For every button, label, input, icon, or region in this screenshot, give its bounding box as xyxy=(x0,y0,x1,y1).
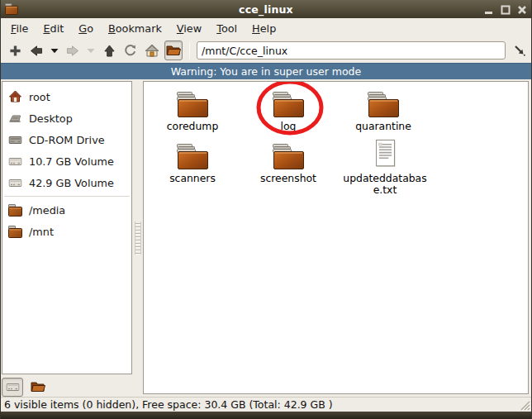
directory-tree-button[interactable] xyxy=(27,378,49,397)
side-pane-folder-icon xyxy=(166,44,181,57)
maximize-button[interactable] xyxy=(500,4,511,15)
sidebar-item-label: Desktop xyxy=(29,112,73,125)
folder-icon xyxy=(176,92,209,118)
menu-tool[interactable]: Tool xyxy=(210,20,244,37)
menu-bookmark[interactable]: Bookmark xyxy=(102,20,169,37)
directory-tree-icon xyxy=(31,380,45,393)
minimize-button[interactable] xyxy=(483,4,494,15)
window-frame-bottom xyxy=(1,412,531,419)
file-item-updateddatabase-txt[interactable]: updateddatabase.txt xyxy=(340,139,430,197)
sidebar-item-mnt[interactable]: /mnt xyxy=(2,221,131,242)
volume-drive-icon xyxy=(8,155,22,168)
address-bar-input[interactable] xyxy=(197,41,506,60)
menu-file[interactable]: File xyxy=(4,20,35,37)
sidebar-item-label: CD-ROM Drive xyxy=(29,134,105,146)
refresh-button[interactable] xyxy=(121,40,140,60)
file-item-log[interactable]: log xyxy=(243,92,334,132)
statusbar: 6 visible items (0 hidden), Free space: … xyxy=(1,397,531,412)
menu-view[interactable]: View xyxy=(170,20,208,37)
pane-splitter[interactable] xyxy=(134,79,142,397)
sidebar-item-label: /mnt xyxy=(29,226,54,238)
go-jump-icon[interactable] xyxy=(513,44,526,57)
volume-drive-icon xyxy=(8,176,22,189)
desktop-icon xyxy=(8,112,22,125)
toolbar-separator xyxy=(189,42,190,59)
menu-go[interactable]: Go xyxy=(72,20,100,37)
places-sidebar: root Desktop CD-ROM Drive 10.7 GB Volume… xyxy=(2,81,132,374)
places-pane-button[interactable] xyxy=(2,378,23,397)
text-file-icon xyxy=(373,139,398,170)
refresh-icon xyxy=(124,44,137,57)
forward-history-button xyxy=(85,40,97,60)
sidebar-item-desktop[interactable]: Desktop xyxy=(2,107,131,129)
folder-icon xyxy=(367,92,400,118)
back-arrow-icon xyxy=(30,45,43,57)
up-arrow-icon xyxy=(103,45,116,57)
home-button[interactable] xyxy=(143,40,161,60)
up-button[interactable] xyxy=(100,40,118,60)
cdrom-drive-icon xyxy=(8,133,22,146)
file-item-screenshot[interactable]: screenshot xyxy=(243,144,334,184)
forward-history-chevron-icon xyxy=(87,48,95,54)
file-label: coredump xyxy=(150,121,235,132)
file-item-quarantine[interactable]: quarantine xyxy=(338,92,429,132)
sidebar-item-label: 42.9 GB Volume xyxy=(29,177,114,189)
toolbar xyxy=(1,38,531,63)
window-title: cce_linux xyxy=(1,3,531,16)
home-icon xyxy=(145,44,159,57)
new-tab-plus-icon xyxy=(9,45,21,57)
new-tab-button[interactable] xyxy=(6,40,24,60)
folder-icon xyxy=(8,204,22,217)
resize-grip[interactable] xyxy=(519,399,530,411)
menu-help[interactable]: Help xyxy=(245,20,283,37)
file-item-scanners[interactable]: scanners xyxy=(147,144,238,184)
side-pane-mode-buttons xyxy=(2,377,132,397)
folder-icon xyxy=(272,92,305,118)
menu-edit[interactable]: Edit xyxy=(36,20,70,37)
forward-arrow-icon xyxy=(66,45,79,57)
sidebar-item-volume-42gb[interactable]: 42.9 GB Volume xyxy=(2,172,131,193)
back-history-chevron-icon xyxy=(50,48,59,54)
side-pane-toggle-button[interactable] xyxy=(164,40,183,60)
file-manager-window: cce_linux File Edit Go Bookmark View Too… xyxy=(0,0,532,419)
superuser-warning-banner: Warning: You are in super user mode xyxy=(1,63,531,79)
file-label: scanners xyxy=(150,173,235,184)
sidebar-item-label: /media xyxy=(29,204,65,217)
sidebar-item-media[interactable]: /media xyxy=(2,199,131,221)
home-icon xyxy=(8,90,22,103)
file-label: log xyxy=(246,121,330,132)
titlebar[interactable]: cce_linux xyxy=(1,0,531,18)
back-history-button[interactable] xyxy=(49,40,60,60)
places-pane-icon xyxy=(6,380,20,393)
sidebar-item-cdrom[interactable]: CD-ROM Drive xyxy=(2,129,131,150)
splitter-grip-icon xyxy=(135,221,141,255)
content-area: root Desktop CD-ROM Drive 10.7 GB Volume… xyxy=(1,79,531,397)
sidebar-separator xyxy=(4,196,130,197)
file-item-coredump[interactable]: coredump xyxy=(147,92,238,132)
file-icon-view[interactable]: coredump log quarantine scanners screens… xyxy=(143,81,529,394)
forward-button xyxy=(64,40,82,60)
sidebar-item-volume-10gb[interactable]: 10.7 GB Volume xyxy=(2,150,131,172)
file-label: quarantine xyxy=(341,121,425,132)
sidebar-item-label: root xyxy=(29,91,50,103)
back-button[interactable] xyxy=(27,40,45,60)
status-text: 6 visible items (0 hidden), Free space: … xyxy=(4,398,333,411)
close-button[interactable] xyxy=(516,4,527,15)
file-label: updateddatabase.txt xyxy=(343,173,427,197)
sidebar-item-root[interactable]: root xyxy=(2,86,131,107)
sidebar-item-label: 10.7 GB Volume xyxy=(29,155,114,168)
file-label: screenshot xyxy=(246,173,330,184)
folder-icon xyxy=(176,144,209,170)
folder-icon xyxy=(8,226,22,238)
folder-icon xyxy=(272,144,305,170)
menubar: File Edit Go Bookmark View Tool Help xyxy=(1,18,531,38)
